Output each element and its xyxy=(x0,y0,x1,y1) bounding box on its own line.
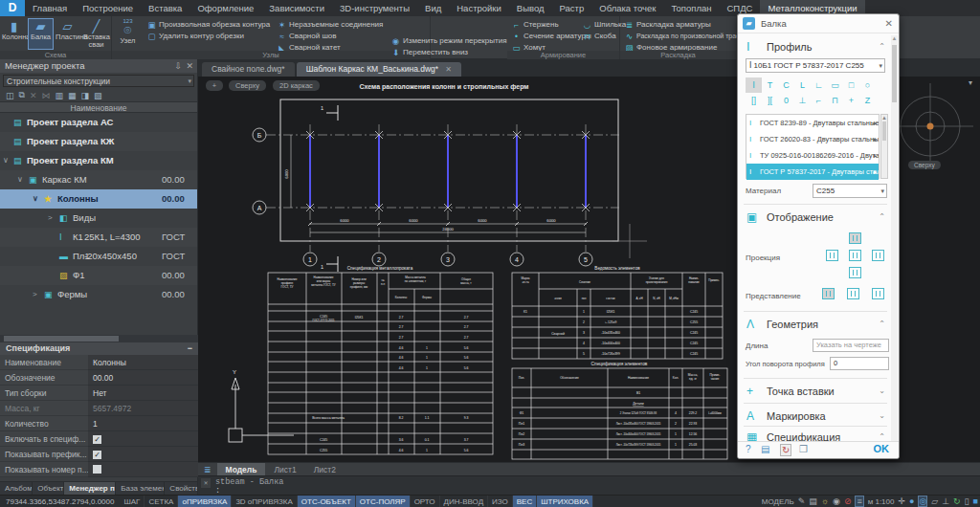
tree-item-kolonny[interactable]: ∨★Колонны00.00 xyxy=(0,189,197,209)
copy-icon[interactable]: ▥ xyxy=(56,91,64,100)
collapse-tree-icon[interactable]: ◫ xyxy=(6,91,14,100)
toggle-hatch[interactable]: ШТРИХОВКА xyxy=(537,496,593,507)
toggle-otrack-polar[interactable]: ОТС-ПОЛЯР xyxy=(356,496,411,507)
profile-type-square-tube-icon[interactable]: □ xyxy=(843,77,859,93)
edit-icon[interactable]: ◨ xyxy=(81,91,90,100)
regen-icon[interactable]: ↻ xyxy=(953,496,961,506)
expand-tree-icon[interactable]: ⧉ xyxy=(19,90,25,100)
profile-type-angle2-icon[interactable]: ∟ xyxy=(811,77,827,93)
tab-vstavka[interactable]: Вставка xyxy=(141,0,189,16)
marking-section-header[interactable]: AМаркировка⌄ xyxy=(738,407,893,426)
projection-left-icon[interactable] xyxy=(826,250,838,261)
compass-center-dot[interactable] xyxy=(927,123,934,130)
compass-view-label[interactable]: Сверху xyxy=(908,161,941,169)
horizontal-scrollbar[interactable] xyxy=(0,335,198,342)
tab-oblaka-tochek[interactable]: Облака точек xyxy=(591,0,663,16)
file-tab-shablon-karkas[interactable]: Шаблон Каркас КМ_Васькина.dwg*✕ xyxy=(297,62,461,77)
close-panel-icon[interactable]: ✕ xyxy=(186,59,193,73)
tree-item-razdel-kzh[interactable]: ▤Проект раздела КЖ xyxy=(0,132,197,151)
toggle-dyn-input[interactable]: ДИН-ВВОД xyxy=(440,496,488,507)
annotation-icon[interactable]: ✎ xyxy=(798,496,806,506)
chevron-down-icon[interactable]: ⌄ xyxy=(879,382,885,401)
tab-svoystva[interactable]: Свойства xyxy=(165,482,198,495)
screenshot-icon[interactable]: ▤ xyxy=(761,444,769,454)
tree-item-vidy[interactable]: >◧Виды xyxy=(0,209,197,228)
link-icon[interactable]: ⋈ xyxy=(42,91,51,100)
projection-top-icon[interactable] xyxy=(849,232,861,244)
lock-icon[interactable]: ▦ xyxy=(68,91,77,100)
layout-list-icon[interactable]: ≣ xyxy=(198,465,217,474)
viewports-icon[interactable]: ▯ xyxy=(965,496,969,506)
projection-bottom-icon[interactable] xyxy=(849,267,861,278)
tree-item-pl1[interactable]: ▬Пл1-20х450х450ГОСТ xyxy=(0,247,197,266)
pile-insert-button[interactable]: ╱Вставка сваи xyxy=(82,18,110,50)
rod-button[interactable]: ⌐Стержень xyxy=(511,19,559,30)
tab-rastr[interactable]: Растр xyxy=(552,0,592,16)
checkbox-include-spec[interactable]: ✓ xyxy=(93,435,101,444)
representation-contour-icon[interactable] xyxy=(872,288,884,299)
zoom-realtime-icon[interactable]: ● xyxy=(909,496,914,506)
view-direction-button[interactable]: Сверху xyxy=(229,80,266,91)
lineweight-display-icon[interactable]: ≡ xyxy=(855,496,863,507)
tree-item-karkas-km[interactable]: ∨▣Каркас КМ00.00 xyxy=(0,170,197,189)
move-down-button[interactable]: ⬇Переместить вниз xyxy=(390,47,468,57)
fullscreen-icon[interactable]: ■ xyxy=(973,496,978,506)
cut-icon[interactable]: ✕ xyxy=(30,91,37,100)
toggle-setka[interactable]: СЕТКА xyxy=(145,496,178,507)
expand-arrow-icon[interactable]: ▸ xyxy=(873,164,877,180)
clamp-button[interactable]: ⊓Скоба xyxy=(582,31,616,41)
dialog-scrollbar[interactable]: ▲ xyxy=(891,35,898,441)
tab-list1[interactable]: Лист1 xyxy=(265,463,304,476)
tab-postroenie[interactable]: Построение xyxy=(75,0,141,16)
length-input[interactable]: Указать на чертеже xyxy=(813,339,889,352)
help-icon[interactable]: ? xyxy=(746,444,751,454)
tree-item-razdel-as[interactable]: ▤Проект раздела АС xyxy=(0,113,197,132)
tab-nastroyki[interactable]: Настройки xyxy=(449,0,509,16)
tree-item-k1[interactable]: ⅠК125К1, L=4300ГОСТ xyxy=(0,228,197,247)
angle-input[interactable]: 0 xyxy=(830,357,889,370)
gost-list-item[interactable]: ⅠГОСТ 8239-89 - Двутавры стальные горяч▸ xyxy=(746,115,879,131)
expand-arrow-icon[interactable]: ▸ xyxy=(873,147,877,164)
expand-arrow-icon[interactable]: ▸ xyxy=(873,131,877,147)
tab-3d-instrumenty[interactable]: 3D-инструменты xyxy=(332,0,417,16)
structure-type-combo[interactable]: Строительные конструкции▾ xyxy=(3,75,194,87)
space-label[interactable]: МОДЕЛЬ xyxy=(762,497,794,506)
tree-item-razdel-km[interactable]: ∨▤Проект раздела КМ xyxy=(0,151,197,170)
tab-oformlenie[interactable]: Оформление xyxy=(189,0,261,16)
toggle-osnap[interactable]: оПРИВЯЗКА xyxy=(178,496,232,507)
expander-icon[interactable]: ∨ xyxy=(33,189,38,209)
expander-icon[interactable]: > xyxy=(33,285,37,304)
chevron-down-icon[interactable]: ⌄ xyxy=(879,407,885,426)
permanent-joints-button[interactable]: ✶Неразъемные соединения xyxy=(277,19,383,30)
checkbox-show-number[interactable] xyxy=(93,465,101,474)
display-section-header[interactable]: ▣Отображение⌃ xyxy=(738,208,893,227)
delete-trim-contour-button[interactable]: ▢Удалить контур обрезки xyxy=(146,31,244,41)
tab-topoplan[interactable]: Топоплан xyxy=(664,0,720,16)
zoom-window-icon[interactable]: ◎ xyxy=(918,496,927,507)
expand-arrow-icon[interactable]: ▸ xyxy=(873,115,877,131)
beam-button[interactable]: ▰Балка xyxy=(28,18,54,50)
tree-column-header[interactable]: Наименование xyxy=(0,101,197,113)
projection-right-icon[interactable] xyxy=(872,250,884,261)
toggle-lineweight[interactable]: ВЕС xyxy=(513,496,537,507)
file-tab-svaynoe-pole[interactable]: Свайное поле.dwg* xyxy=(202,62,295,77)
profile-type-tee-icon[interactable]: Т xyxy=(762,77,778,93)
toggle-3d-osnap[interactable]: 3D оПРИВЯЗКА xyxy=(232,496,297,507)
ok-button[interactable]: OK xyxy=(874,443,890,454)
close-dialog-icon[interactable]: ✕ xyxy=(885,14,893,33)
profile-type-round-tube-icon[interactable]: ○ xyxy=(859,77,876,93)
weld-seam-button[interactable]: ≈Сварной шов xyxy=(277,31,337,41)
profile-type-bent-icon[interactable]: ⌐ xyxy=(811,93,827,108)
expander-icon[interactable]: ∨ xyxy=(17,170,23,189)
profile-type-double-channel-icon[interactable]: [] xyxy=(746,93,762,108)
tab-vid[interactable]: Вид xyxy=(417,0,449,16)
collapse-icon[interactable]: − xyxy=(188,342,192,355)
change-overlap-mode-button[interactable]: ◉Изменить режим перекрытия xyxy=(390,35,507,46)
gost-list-item-selected[interactable]: ⅠГОСТ Р 57837-2017 - Двутавры стальные▸ xyxy=(746,164,879,180)
copy-properties-icon[interactable]: ❐ xyxy=(799,444,808,454)
pan-icon[interactable]: ✛ xyxy=(898,496,905,506)
plate-button[interactable]: ▱Пластина xyxy=(55,18,80,50)
chevron-up-icon[interactable]: ⌃ xyxy=(879,37,885,56)
toggle-iso[interactable]: ИЗО xyxy=(488,496,513,507)
profile-section-header[interactable]: ⅠПрофиль⌃ xyxy=(738,37,893,56)
